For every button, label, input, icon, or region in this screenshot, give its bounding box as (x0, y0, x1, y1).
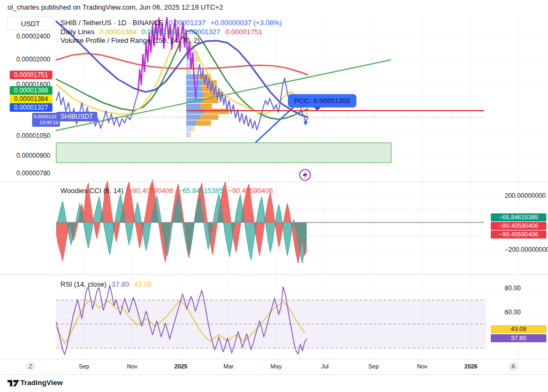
cci_pane-value-badge: −90.40590406 (491, 230, 546, 239)
price-change: +0.00000037 (+3.08%) (211, 19, 282, 27)
pane-separator[interactable] (0, 181, 548, 182)
rsi_pane-axis-label: 80.00 (505, 285, 521, 292)
symbol-title: SHIB / TetherUS · 1D · BINANCE (60, 19, 164, 27)
daily-lines-blue-value: 0.00001327 (184, 28, 220, 36)
daily-lines-yellow-value: 0.00001384 (100, 28, 136, 36)
time-axis-label[interactable]: May (271, 363, 282, 370)
time-axis-label[interactable]: 2025 (174, 363, 187, 370)
time-axis-left-badge[interactable]: Z (26, 362, 35, 371)
left-axis-label: 0.00001050 (17, 132, 50, 140)
indicator-title-daily-lines: Daily Lines (60, 28, 95, 36)
symbol-label-badge[interactable]: SHIBUSDT (56, 112, 97, 121)
left-axis-label: 0.00000780 (17, 170, 50, 177)
footer-bar: TradingView (0, 375, 548, 392)
chart-canvas[interactable] (0, 0, 548, 392)
left-axis-price-badge: 0.00001751 (10, 71, 52, 79)
time-axis-label[interactable]: Jul (321, 363, 329, 370)
rsi-value-1: 37.80 (112, 280, 130, 288)
rsi-title: RSI (14, close) (60, 280, 106, 288)
cci_pane-axis-label: −200.00000000 (505, 246, 548, 253)
cci_pane-axis-label: 200.00000000 (505, 192, 546, 199)
main-legend-row-1[interactable]: SHIB / TetherUS · 1D · BINANCE 0.0000123… (60, 19, 285, 27)
bar-countdown: 13:40:18 (34, 120, 58, 126)
left-axis-label: 0.00002000 (17, 56, 50, 63)
cci-value-3: −90.40590406 (228, 187, 273, 195)
daily-lines-red-value: 0.00001751 (225, 28, 262, 36)
time-axis-label[interactable]: Nov (127, 363, 138, 370)
time-axis[interactable]: Z A SepNov2025MarMayJulSepNov2026 (0, 359, 548, 374)
price-callout[interactable]: PCC: 0.00001303 (288, 94, 356, 107)
rsi-legend-row[interactable]: RSI (14, close) 37.80 43.09 (60, 280, 155, 289)
left-axis-label: 0.00002400 (17, 33, 50, 40)
time-axis-label[interactable]: Nov (417, 363, 428, 370)
cci-value-2: −65.84615385 (178, 187, 223, 195)
cci-legend-row[interactable]: Woodies CCI (6, 14) −90.40590406 −65.846… (60, 187, 276, 195)
time-axis-label[interactable]: Sep (368, 363, 379, 370)
rsi_pane-value-badge: 37.80 (491, 334, 546, 342)
rsi_pane-axis-label: 60.00 (505, 309, 521, 316)
current-price: 0.00001237 (34, 114, 58, 120)
time-axis-right-badge[interactable]: A (508, 362, 518, 371)
time-axis-label[interactable]: Sep (79, 363, 89, 370)
pane-separator[interactable] (0, 274, 548, 275)
lightning-icon[interactable] (300, 170, 310, 180)
tradingview-brand-text[interactable]: TradingView (20, 379, 63, 387)
daily-lines-legend-row[interactable]: Daily Lines 0.00001384 0.00001388 0.0000… (60, 28, 265, 36)
tradingview-published-chart: ol_charles published on TradingView.com,… (0, 0, 548, 392)
cci-title: Woodies CCI (6, 14) (60, 187, 124, 195)
time-axis-label[interactable]: 2026 (465, 363, 477, 370)
left-axis-price-badge: 0.00001388 (10, 86, 52, 95)
cci-value-1: −90.40590406 (128, 187, 173, 195)
tradingview-logo-icon[interactable] (7, 379, 19, 387)
last-price: 0.00001237 (169, 19, 206, 27)
daily-lines-green-value: 0.00001388 (142, 28, 179, 36)
rsi_pane-value-badge: 43.09 (491, 325, 546, 333)
left-axis-price-badge: 0.00001384 (10, 95, 52, 103)
left-axis-label: 0.00000900 (17, 152, 50, 159)
left-axis-price-badge: 0.00001327 (10, 103, 52, 112)
time-axis-label[interactable]: Mar (224, 363, 234, 370)
volume-profile-legend-row[interactable]: Volume Profile / Fixed Range (150, 24, 7… (60, 36, 203, 45)
left-price-scale[interactable]: 0.000024000.000020000.000016000.00001050… (0, 0, 54, 374)
indicator-title-volume-profile: Volume Profile / Fixed Range (150, 24, 7… (60, 36, 200, 44)
cci_pane-value-badge: −65.84615385 (491, 213, 546, 221)
cci_pane-value-badge: −90.40590406 (491, 222, 546, 230)
rsi-value-2: 43.09 (134, 280, 152, 288)
